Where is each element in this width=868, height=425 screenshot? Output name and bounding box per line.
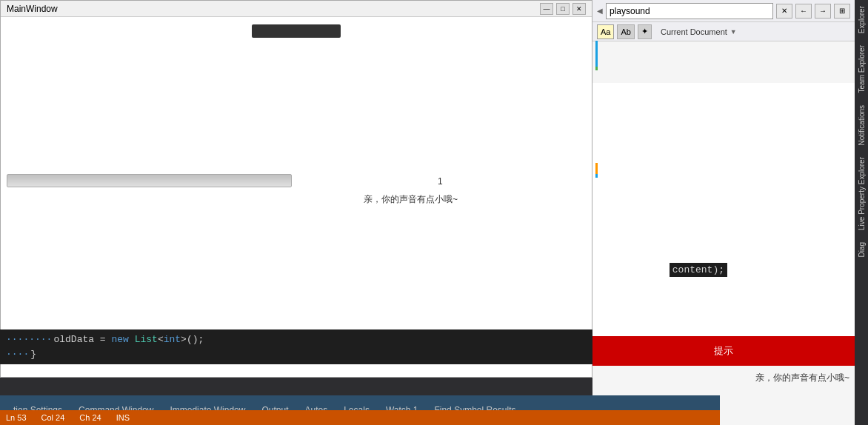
code-keyword-new: new xyxy=(111,332,128,347)
match-word-button[interactable]: Ab xyxy=(617,24,634,39)
right-chinese-text: 亲，你的声音有点小哦~ xyxy=(755,372,849,384)
next-find-button[interactable]: → xyxy=(815,4,831,19)
restore-button[interactable]: □ xyxy=(556,3,570,15)
dark-rectangle xyxy=(252,24,341,38)
close-find-button[interactable]: ✕ xyxy=(776,4,792,19)
accent-line-blue xyxy=(595,41,598,67)
red-button-label: 提示 xyxy=(714,344,733,358)
chinese-text-window: 亲，你的声音有点小哦~ xyxy=(364,193,458,206)
vtab-diag[interactable]: Diag xyxy=(856,236,867,264)
code-line-1: ········ oldData = new List < int >(); xyxy=(6,332,587,347)
status-bar: Ln 53 Col 24 Ch 24 INS xyxy=(0,410,720,425)
collapse-icon: ◀ xyxy=(597,7,603,15)
search-input[interactable] xyxy=(606,3,773,19)
minimize-button[interactable]: — xyxy=(540,3,553,15)
scope-label: Current Document xyxy=(661,27,727,36)
window-titlebar: MainWindow — □ ✕ xyxy=(1,1,592,17)
window-title: MainWindow xyxy=(7,4,540,14)
accent-line-blue2 xyxy=(595,174,598,178)
number-display: 1 xyxy=(438,176,443,187)
status-ch: Ch 24 xyxy=(79,413,101,422)
status-ln: Ln 53 xyxy=(6,413,27,422)
find-options-bar: Aa Ab ✦ Current Document ▼ xyxy=(592,22,855,41)
code-space xyxy=(129,332,135,347)
code-operator: = xyxy=(94,332,111,347)
code-type-list: List xyxy=(135,332,158,347)
code-generic-close: >(); xyxy=(181,332,204,347)
code-dots-1: ········ xyxy=(6,332,52,347)
accent-line-green xyxy=(595,67,598,70)
red-button-area[interactable]: 提示 xyxy=(592,336,855,366)
code-line-2: ···· } xyxy=(6,347,587,362)
status-mode: INS xyxy=(116,413,130,422)
vtab-explorer[interactable]: Explorer xyxy=(856,0,867,39)
vtab-team-explorer[interactable]: Team Explorer xyxy=(856,39,867,98)
close-button[interactable]: ✕ xyxy=(572,3,586,15)
right-code-text: content); xyxy=(670,263,727,277)
vtab-notifications[interactable]: Notifications xyxy=(856,99,867,151)
expand-find-button[interactable]: ⊞ xyxy=(834,4,850,19)
window-content: 1 亲，你的声音有点小哦~ xyxy=(1,17,592,377)
code-area: ········ oldData = new List < int >(); ·… xyxy=(0,329,592,364)
match-case-button[interactable]: Aa xyxy=(597,24,614,39)
scope-dropdown-icon: ▼ xyxy=(730,28,737,36)
code-dots-2: ···· xyxy=(6,347,29,362)
find-bar: ◀ ✕ ← → ⊞ xyxy=(592,0,855,22)
vertical-tabs: Explorer Team Explorer Notifications Liv… xyxy=(855,0,868,425)
code-brace: } xyxy=(30,347,36,362)
slider-area[interactable] xyxy=(7,174,292,187)
code-type-int: int xyxy=(164,332,181,347)
status-col: Col 24 xyxy=(41,413,65,422)
regex-button[interactable]: ✦ xyxy=(638,24,652,39)
right-main-content xyxy=(592,83,855,360)
code-generic: < xyxy=(158,332,164,347)
window-controls: — □ ✕ xyxy=(540,3,586,15)
prev-find-button[interactable]: ← xyxy=(795,4,812,19)
vtab-live-property[interactable]: Live Property Explorer xyxy=(856,151,867,236)
accent-line-orange xyxy=(595,163,598,174)
main-window: MainWindow — □ ✕ 1 亲，你的声音有点小哦~ xyxy=(0,0,592,378)
code-variable: oldData xyxy=(53,332,94,347)
